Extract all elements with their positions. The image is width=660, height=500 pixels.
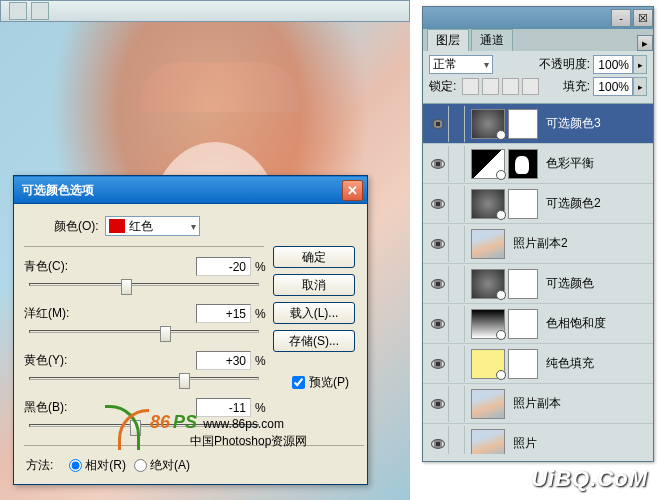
eye-icon <box>431 399 445 409</box>
yellow-value[interactable] <box>196 351 251 370</box>
layer-thumbnail[interactable] <box>471 109 505 139</box>
blend-mode-select[interactable]: 正常 ▾ <box>429 55 493 74</box>
layer-thumbnail[interactable] <box>471 269 505 299</box>
yellow-label: 黄色(Y): <box>24 352 79 369</box>
magenta-value[interactable] <box>196 304 251 323</box>
chevron-down-icon: ▾ <box>191 221 196 232</box>
load-button[interactable]: 载入(L)... <box>273 302 355 324</box>
yellow-slider[interactable] <box>29 374 259 392</box>
link-column[interactable] <box>449 386 465 422</box>
watermark: 86 PS www.86ps.com 中国Photoshop资源网 <box>150 412 307 450</box>
layer-mask[interactable] <box>508 149 538 179</box>
lock-position-icon[interactable] <box>502 78 519 95</box>
eye-icon <box>431 119 445 129</box>
magenta-slider[interactable] <box>29 327 259 345</box>
eye-icon <box>431 439 445 449</box>
canvas-toolbar <box>0 0 410 22</box>
layer-mask[interactable] <box>508 309 538 339</box>
opacity-arrow-icon[interactable]: ▸ <box>633 55 647 74</box>
layer-mask[interactable] <box>508 269 538 299</box>
visibility-toggle[interactable] <box>427 146 449 182</box>
layer-thumbnail[interactable] <box>471 429 505 455</box>
layer-name: 纯色填充 <box>546 355 649 372</box>
color-label: 颜色(O): <box>54 218 99 235</box>
layer-thumbnail[interactable] <box>471 389 505 419</box>
fill-arrow-icon[interactable]: ▸ <box>633 77 647 96</box>
layer-row[interactable]: 色彩平衡 <box>423 144 653 184</box>
layer-row[interactable]: 色相饱和度 <box>423 304 653 344</box>
layer-row[interactable]: 可选颜色 <box>423 264 653 304</box>
link-column[interactable] <box>449 266 465 302</box>
cancel-button[interactable]: 取消 <box>273 274 355 296</box>
cyan-slider[interactable] <box>29 280 259 298</box>
layer-mask[interactable] <box>508 189 538 219</box>
visibility-toggle[interactable] <box>427 266 449 302</box>
absolute-radio[interactable] <box>134 459 147 472</box>
relative-radio[interactable] <box>69 459 82 472</box>
tab-channels[interactable]: 通道 <box>471 29 513 51</box>
layer-name: 可选颜色 <box>546 275 649 292</box>
minimize-icon[interactable]: - <box>611 9 631 27</box>
opacity-input[interactable]: 100% <box>593 55 633 74</box>
link-column[interactable] <box>449 306 465 342</box>
panel-menu-icon[interactable]: ▸ <box>637 35 653 51</box>
layer-name: 照片副本2 <box>513 235 649 252</box>
layer-mask[interactable] <box>508 349 538 379</box>
panel-titlebar[interactable]: - ☒ <box>423 7 653 29</box>
method-label: 方法: <box>26 457 53 474</box>
layer-row[interactable]: 照片副本 <box>423 384 653 424</box>
layer-row[interactable]: 纯色填充 <box>423 344 653 384</box>
visibility-toggle[interactable] <box>427 186 449 222</box>
lock-all-icon[interactable] <box>522 78 539 95</box>
link-column[interactable] <box>449 346 465 382</box>
tab-layers[interactable]: 图层 <box>427 29 469 51</box>
link-column[interactable] <box>449 426 465 455</box>
visibility-toggle[interactable] <box>427 226 449 262</box>
ok-button[interactable]: 确定 <box>273 246 355 268</box>
uibq-watermark: UiBQ.CoM <box>531 466 648 492</box>
toolbar-icon[interactable] <box>9 2 27 20</box>
lock-paint-icon[interactable] <box>482 78 499 95</box>
panel-close-icon[interactable]: ☒ <box>633 9 653 27</box>
layer-name: 照片 <box>513 435 649 452</box>
layer-thumbnail[interactable] <box>471 229 505 259</box>
layers-list[interactable]: 可选颜色3 色彩平衡 可选颜色2 照片副本2 可选颜色 色相饱和度 纯色填充 <box>423 104 653 454</box>
visibility-toggle[interactable] <box>427 306 449 342</box>
visibility-toggle[interactable] <box>427 386 449 422</box>
layer-mask[interactable] <box>508 109 538 139</box>
eye-icon <box>431 279 445 289</box>
link-column[interactable] <box>449 226 465 262</box>
layer-thumbnail[interactable] <box>471 149 505 179</box>
dialog-title-text: 可选颜色选项 <box>22 182 342 199</box>
layer-thumbnail[interactable] <box>471 349 505 379</box>
lock-label: 锁定: <box>429 78 456 95</box>
preview-checkbox[interactable] <box>292 376 305 389</box>
layer-name: 色相饱和度 <box>546 315 649 332</box>
eye-icon <box>431 239 445 249</box>
dialog-titlebar[interactable]: 可选颜色选项 ✕ <box>14 176 367 204</box>
save-button[interactable]: 存储(S)... <box>273 330 355 352</box>
link-column[interactable] <box>449 186 465 222</box>
visibility-toggle[interactable] <box>427 106 449 142</box>
toolbar-icon[interactable] <box>31 2 49 20</box>
link-column[interactable] <box>449 146 465 182</box>
layer-row[interactable]: 照片 <box>423 424 653 454</box>
color-dropdown[interactable]: 红色 ▾ <box>105 216 200 236</box>
chevron-down-icon: ▾ <box>484 59 489 70</box>
layer-thumbnail[interactable] <box>471 309 505 339</box>
link-column[interactable] <box>449 106 465 142</box>
layer-row[interactable]: 可选颜色2 <box>423 184 653 224</box>
divider <box>24 246 264 247</box>
color-name: 红色 <box>129 218 153 235</box>
cyan-value[interactable] <box>196 257 251 276</box>
layer-name: 照片副本 <box>513 395 649 412</box>
layer-name: 可选颜色2 <box>546 195 649 212</box>
layer-row[interactable]: 照片副本2 <box>423 224 653 264</box>
layer-thumbnail[interactable] <box>471 189 505 219</box>
visibility-toggle[interactable] <box>427 426 449 455</box>
fill-input[interactable]: 100% <box>593 77 633 96</box>
close-icon[interactable]: ✕ <box>342 180 363 201</box>
lock-transparency-icon[interactable] <box>462 78 479 95</box>
visibility-toggle[interactable] <box>427 346 449 382</box>
layer-row[interactable]: 可选颜色3 <box>423 104 653 144</box>
